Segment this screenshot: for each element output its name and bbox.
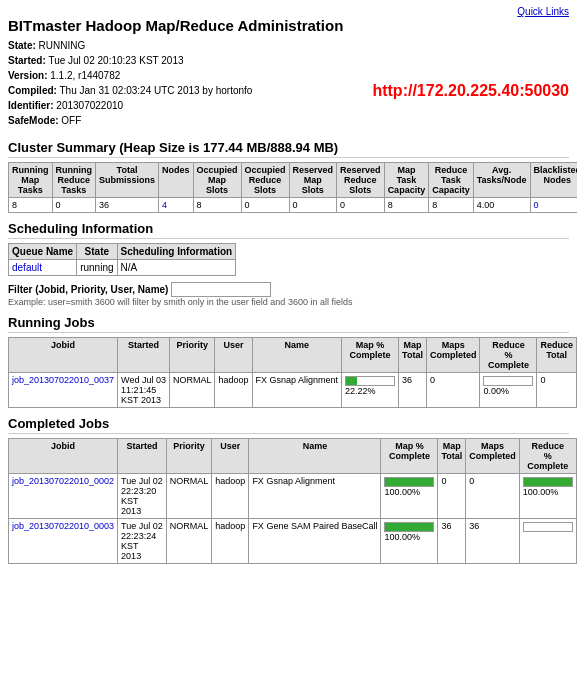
job-maps-completed: 36 <box>466 519 520 564</box>
running-jobs-title: Running Jobs <box>8 315 569 333</box>
col-avg-tasks: Avg.Tasks/Node <box>473 163 530 198</box>
col-running-map: RunningMapTasks <box>9 163 53 198</box>
rj-col-maps-completed: MapsCompleted <box>426 338 480 373</box>
cj-col-started: Started <box>118 439 167 474</box>
col-reserved-reduce: ReservedReduceSlots <box>337 163 385 198</box>
rj-col-map-total: MapTotal <box>399 338 427 373</box>
col-reduce-capacity: ReduceTaskCapacity <box>429 163 474 198</box>
job-jobid[interactable]: job_201307022010_0002 <box>9 474 118 519</box>
job-started: Tue Jul 0222:23:20KST2013 <box>118 474 167 519</box>
job-reduce-total: 0 <box>537 373 577 408</box>
identifier-label: Identifier: <box>8 100 54 111</box>
nodes-val[interactable]: 4 <box>159 198 194 213</box>
scheduling-info-title: Scheduling Information <box>8 221 569 239</box>
cj-col-map-total: MapTotal <box>438 439 466 474</box>
version-value: 1.1.2, r1440782 <box>50 70 120 81</box>
job-priority: NORMAL <box>169 373 215 408</box>
col-reserved-map: ReservedMapSlots <box>289 163 337 198</box>
cj-col-jobid: Jobid <box>9 439 118 474</box>
job-priority: NORMAL <box>166 474 212 519</box>
job-map-total: 36 <box>399 373 427 408</box>
progress-cell: 100.00% <box>381 519 438 564</box>
reserved-map-val: 0 <box>289 198 337 213</box>
job-name: FX Gsnap Alignment <box>249 474 381 519</box>
compiled-value: Thu Jan 31 02:03:24 UTC 2013 by hortonfo <box>60 85 253 96</box>
avg-tasks-val: 4.00 <box>473 198 530 213</box>
col-occupied-reduce: OccupiedReduceSlots <box>241 163 289 198</box>
sched-queue[interactable]: default <box>9 260 77 276</box>
job-started: Tue Jul 0222:23:24KST2013 <box>118 519 167 564</box>
job-name: FX Gsnap Alignment <box>252 373 342 408</box>
cj-col-map-pct: Map %Complete <box>381 439 438 474</box>
cj-col-maps-completed: MapsCompleted <box>466 439 520 474</box>
cj-col-reduce-pct: Reduce%Complete <box>519 439 576 474</box>
map-capacity-val: 8 <box>384 198 429 213</box>
rj-col-jobid: Jobid <box>9 338 118 373</box>
job-priority: NORMAL <box>166 519 212 564</box>
cj-col-priority: Priority <box>166 439 212 474</box>
job-map-total: 0 <box>438 474 466 519</box>
table-row: job_201307022010_0002Tue Jul 0222:23:20K… <box>9 474 578 519</box>
job-user: hadoop <box>212 474 249 519</box>
safemode-label: SafeMode: <box>8 115 59 126</box>
started-value: Tue Jul 02 20:10:23 KST 2013 <box>48 55 183 66</box>
safemode-value: OFF <box>61 115 81 126</box>
compiled-label: Compiled: <box>8 85 57 96</box>
table-row: job_201307022010_0037Wed Jul 0311:21:45K… <box>9 373 578 408</box>
total-submissions-val: 36 <box>96 198 159 213</box>
rj-col-priority: Priority <box>169 338 215 373</box>
sched-col-state: State <box>77 244 117 260</box>
cj-col-name: Name <box>249 439 381 474</box>
running-jobs-table: Jobid Started Priority User Name Map %Co… <box>8 337 577 408</box>
rj-col-user: User <box>215 338 252 373</box>
job-jobid[interactable]: job_201307022010_0003 <box>9 519 118 564</box>
sched-col-info: Scheduling Information <box>117 244 236 260</box>
job-jobid[interactable]: job_201307022010_0037 <box>9 373 118 408</box>
job-started: Wed Jul 0311:21:45KST 2013 <box>118 373 170 408</box>
col-total-submissions: TotalSubmissions <box>96 163 159 198</box>
col-running-reduce: RunningReduceTasks <box>52 163 96 198</box>
version-label: Version: <box>8 70 47 81</box>
job-maps-completed: 0 <box>466 474 520 519</box>
running-reduce-val: 0 <box>52 198 96 213</box>
filter-input[interactable] <box>171 282 271 297</box>
rj-col-map-pct: Map %Complete <box>342 338 399 373</box>
sched-state: running <box>77 260 117 276</box>
running-map-val: 8 <box>9 198 53 213</box>
filter-hint: Example: user=smith 3600 will filter by … <box>8 297 569 307</box>
sched-col-queue: Queue Name <box>9 244 77 260</box>
table-row: job_201307022010_0003Tue Jul 0222:23:24K… <box>9 519 578 564</box>
cluster-summary-table: RunningMapTasks RunningReduceTasks Total… <box>8 162 577 213</box>
job-map-total: 36 <box>438 519 466 564</box>
cluster-summary-row: 8 0 36 4 8 0 0 0 8 8 4.00 0 0 0 <box>9 198 578 213</box>
scheduling-info-table: Queue Name State Scheduling Information … <box>8 243 236 276</box>
rj-col-reduce-pct: Reduce%Complete <box>480 338 537 373</box>
rj-col-reduce-total: ReduceTotal <box>537 338 577 373</box>
sched-row: default running N/A <box>9 260 236 276</box>
col-occupied-map: OccupiedMapSlots <box>193 163 241 198</box>
reduce-capacity-val: 8 <box>429 198 474 213</box>
col-nodes: Nodes <box>159 163 194 198</box>
col-blacklisted: BlacklistedNodes <box>530 163 577 198</box>
reserved-reduce-val: 0 <box>337 198 385 213</box>
job-user: hadoop <box>212 519 249 564</box>
rj-col-name: Name <box>252 338 342 373</box>
url-display: http://172.20.225.40:50030 <box>372 82 569 100</box>
cj-col-user: User <box>212 439 249 474</box>
job-name: FX Gene SAM Paired BaseCall <box>249 519 381 564</box>
progress-cell <box>519 519 576 564</box>
blacklisted-val[interactable]: 0 <box>530 198 577 213</box>
quick-links-link[interactable]: Quick Links <box>517 6 569 17</box>
progress-cell: 0.00% <box>480 373 537 408</box>
state-label: State: <box>8 40 36 51</box>
rj-col-started: Started <box>118 338 170 373</box>
progress-cell: 100.00% <box>381 474 438 519</box>
sched-sched-info: N/A <box>117 260 236 276</box>
progress-cell: 100.00% <box>519 474 576 519</box>
occupied-reduce-val: 0 <box>241 198 289 213</box>
job-maps-completed: 0 <box>426 373 480 408</box>
filter-section: Filter (Jobid, Priority, User, Name) Exa… <box>8 282 569 307</box>
occupied-map-val: 8 <box>193 198 241 213</box>
col-map-capacity: MapTaskCapacity <box>384 163 429 198</box>
progress-cell: 22.22% <box>342 373 399 408</box>
